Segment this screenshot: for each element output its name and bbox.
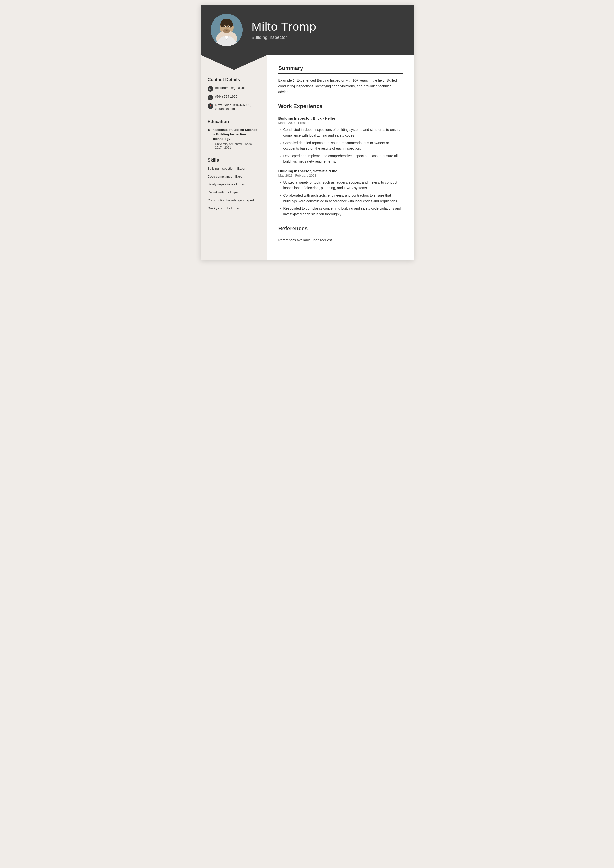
svg-point-9 [224,26,225,27]
job-bullet-item: Developed and implemented comprehensive … [283,153,403,164]
contact-location-item: 📍 New Golda, 39426-6909, South Dakota [208,103,261,111]
resume-container: Milto Tromp Building Inspector Contact D… [201,5,413,260]
job-item: Building Inspector, Satterfield IncMay 2… [278,169,403,217]
job-bullet-item: Responded to complaints concerning build… [283,206,403,217]
skill-item: Code compliance - Expert [208,174,261,179]
sidebar: Contact Details ✉ miltotromp@gmail.com 📞… [201,55,267,260]
skill-item: Building inspection - Expert [208,166,261,171]
sidebar-chevron-decoration [201,55,267,70]
skill-item: Quality control - Expert [208,206,261,211]
references-section-title: References [278,225,403,234]
work-experience-section-title: Work Experience [278,103,403,112]
references-text: References available upon request [278,238,403,242]
svg-point-6 [229,21,233,27]
education-item: Associate of Applied Science in Building… [208,128,261,149]
svg-point-15 [223,29,230,33]
svg-point-5 [221,21,224,27]
avatar [210,14,243,46]
job-bullets: Utilized a variety of tools, such as lad… [278,180,403,217]
job-item: Building Inspector, Blick - HellerMarch … [278,116,403,164]
references-section: References References available upon req… [278,225,403,242]
resume-body: Contact Details ✉ miltotromp@gmail.com 📞… [201,55,413,260]
candidate-title: Building Inspector [252,35,317,40]
summary-section: Summary Example 1: Experienced Building … [278,65,403,95]
education-detail: Associate of Applied Science in Building… [213,128,261,149]
job-bullet-item: Collaborated with architects, engineers,… [283,192,403,204]
summary-section-title: Summary [278,65,403,74]
main-content: Summary Example 1: Experienced Building … [267,55,413,260]
header-text-block: Milto Tromp Building Inspector [252,20,317,40]
contact-email-value[interactable]: miltotromp@gmail.com [216,86,249,90]
contact-location-value: New Golda, 39426-6909, South Dakota [216,103,261,111]
education-bullet [208,129,210,131]
contact-phone-item: 📞 (544) 724 1926 [208,95,261,100]
job-title: Building Inspector, Satterfield Inc [278,169,403,173]
education-school-detail: University of Central Florida 2017 - 202… [213,143,261,149]
svg-point-14 [226,28,227,29]
sidebar-content: Contact Details ✉ miltotromp@gmail.com 📞… [201,77,267,211]
job-bullets: Conducted in-depth inspections of buildi… [278,127,403,164]
education-section: Education Associate of Applied Science i… [208,119,261,149]
resume-header: Milto Tromp Building Inspector [201,5,413,55]
skill-item: Construction knowledge - Expert [208,198,261,203]
candidate-name: Milto Tromp [252,20,317,33]
job-bullet-item: Conducted in-depth inspections of buildi… [283,127,403,138]
job-bullet-item: Utilized a variety of tools, such as lad… [283,180,403,191]
education-years: 2017 - 2021 [215,146,261,149]
skills-section: Skills Building inspection - ExpertCode … [208,158,261,211]
education-school: University of Central Florida [215,143,261,146]
contact-section: Contact Details ✉ miltotromp@gmail.com 📞… [208,77,261,111]
skills-list: Building inspection - ExpertCode complia… [208,166,261,211]
education-section-title: Education [208,119,261,124]
location-icon: 📍 [208,104,213,109]
contact-phone-value: (544) 724 1926 [216,95,237,98]
skill-item: Report writing - Expert [208,190,261,195]
jobs-list: Building Inspector, Blick - HellerMarch … [278,116,403,217]
job-dates: May 2021 - February 2023 [278,174,403,177]
education-degree: Associate of Applied Science in Building… [213,128,261,141]
work-experience-section: Work Experience Building Inspector, Blic… [278,103,403,217]
contact-section-title: Contact Details [208,77,261,82]
job-bullet-item: Compiled detailed reports and issued rec… [283,140,403,151]
skill-item: Safety regulations - Expert [208,182,261,187]
email-icon: ✉ [208,86,213,91]
contact-email-item: ✉ miltotromp@gmail.com [208,86,261,91]
phone-icon: 📞 [208,95,213,100]
skills-section-title: Skills [208,158,261,163]
svg-point-10 [228,26,229,27]
job-title: Building Inspector, Blick - Heller [278,116,403,120]
summary-text: Example 1: Experienced Building Inspecto… [278,78,403,95]
job-dates: March 2023 - Present [278,121,403,124]
